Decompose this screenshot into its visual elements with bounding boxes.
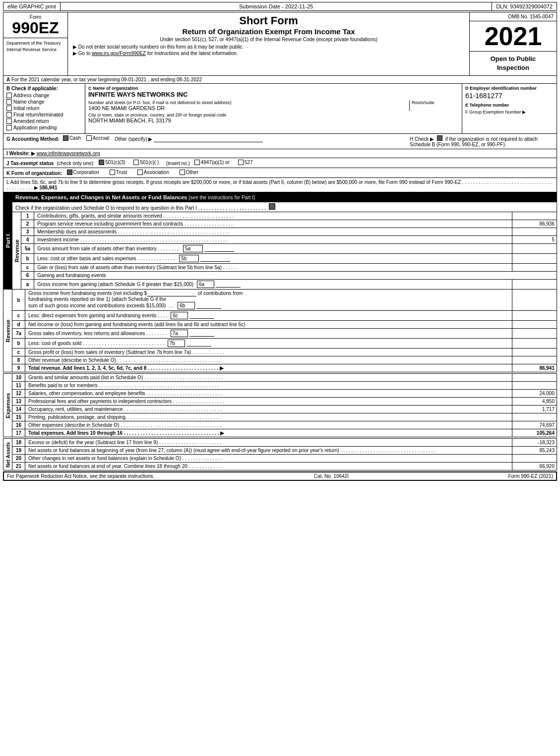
line-12-text: Salaries, other compensation, and employ…: [25, 390, 512, 398]
check-initial-return[interactable]: Initial return: [6, 106, 82, 111]
tax-4947[interactable]: 4947(a)(1) or: [194, 160, 230, 165]
do-not-enter: ▶ Do not enter social security numbers o…: [73, 44, 464, 50]
year-display: 2021: [470, 21, 557, 52]
org-trust[interactable]: Trust: [110, 170, 127, 175]
check-address-change[interactable]: Address change: [6, 93, 82, 98]
org-assoc[interactable]: Association: [137, 170, 169, 175]
page: efile GRAPHIC print Submission Date - 20…: [0, 0, 560, 483]
line-3-text: Membership dues and assessments . . . . …: [34, 228, 512, 236]
line-11-text: Benefits paid to or for members . . . . …: [25, 382, 512, 390]
line-8-text: Other revenue (describe in Schedule O) .…: [25, 356, 512, 364]
accrual-checkbox[interactable]: Accrual: [86, 135, 109, 141]
line-7a-text: Gross sales of inventory, less returns a…: [25, 329, 512, 339]
footer-bar: For Paperwork Reduction Act Notice, see …: [3, 471, 557, 481]
omb-number: OMB No. 1545-0047: [470, 12, 557, 21]
line-19-amount: 85,243: [512, 447, 557, 455]
tax-501c[interactable]: 501(c)( ): [133, 160, 159, 165]
line-2-text: Program service revenue including govern…: [34, 220, 512, 228]
line-17-num: 17: [12, 429, 25, 437]
line-6d-amount: [512, 321, 557, 329]
line-17-text: Total expenses. Add lines 10 through 16 …: [25, 429, 512, 437]
subtitle: Under section 501(c), 527, or 4947(a)(1)…: [73, 37, 464, 42]
section-a-header: A For the 2021 calendar year, or tax yea…: [3, 76, 557, 84]
line-20-text: Other changes in net assets or fund bala…: [25, 455, 512, 463]
short-form-title: Short Form: [73, 14, 464, 27]
line-5b-num: b: [21, 254, 34, 264]
line-5c-num: c: [21, 264, 34, 272]
line-1-text: Contributions, gifts, grants, and simila…: [34, 212, 512, 220]
check-name-change[interactable]: Name change: [6, 99, 82, 105]
line-15-text: Printing, publications, postage, and shi…: [25, 413, 512, 421]
tax-status-row: J Tax-exempt status (check only one): 50…: [3, 158, 557, 168]
org-other[interactable]: Other: [180, 170, 198, 175]
line-6d-text: Net income or (loss) from gaming and fun…: [25, 321, 512, 329]
line-1-num: 1: [21, 212, 34, 220]
net-assets-label: Net Assets: [3, 439, 12, 470]
dept-info: Department of the Treasury Internal Reve…: [3, 38, 67, 55]
line-7c-amount: [512, 349, 557, 356]
line-5a-amount: [512, 244, 557, 254]
dln: DLN: 93492329004072: [492, 2, 557, 10]
line-16-num: 16: [12, 421, 25, 429]
line-20-amount: [512, 455, 557, 463]
line-9-num: 9: [12, 364, 25, 372]
line-7c-text: Gross profit or (loss) from sales of inv…: [25, 349, 512, 356]
line-18-num: 18: [12, 439, 25, 447]
line-4-text: Investment income . . . . . . . . . . . …: [34, 236, 512, 244]
line-2-amount: 86,936: [512, 220, 557, 228]
check-final-return[interactable]: Final return/terminated: [6, 112, 82, 117]
l-row: L Add lines 5b, 6c, and 7b to line 9 to …: [3, 178, 557, 192]
line-6c-num: c: [12, 311, 25, 321]
part-i-title: Revenue, Expenses, and Changes in Net As…: [12, 193, 557, 202]
check-amended[interactable]: Amended return: [6, 118, 82, 124]
line-3-num: 3: [21, 228, 34, 236]
open-inspection: Open to Public Inspection: [470, 52, 557, 75]
line-7b-amount: [512, 339, 557, 349]
form-number: 990EZ: [6, 20, 64, 36]
tax-527[interactable]: 527: [238, 160, 253, 165]
street-value: 1400 NE MIAMI GARDENS DR: [88, 105, 409, 111]
line-3-amount: [512, 228, 557, 236]
tax-501c3[interactable]: 501(c)(3): [99, 160, 125, 165]
line-6a-num: a: [21, 280, 34, 290]
line-7b-num: b: [12, 339, 25, 349]
org-name: INFINITE WAYS NETWORKS INC: [88, 91, 459, 98]
city-label: City or town, state or province, country…: [88, 113, 459, 117]
check-app-pending[interactable]: Application pending: [6, 125, 82, 130]
line-5c-amount: [512, 264, 557, 272]
revenue-label-2: Revenue: [3, 290, 12, 372]
line-16-amount: 74,697: [512, 421, 557, 429]
line-5a-num: 5a: [21, 244, 34, 254]
submission-date: Submission Date - 2022-11-25: [61, 2, 492, 10]
line-6b-amount: [512, 290, 557, 311]
line-21-num: 21: [12, 463, 25, 470]
line-20-num: 20: [12, 455, 25, 463]
line-10-num: 10: [12, 374, 25, 382]
line-10-text: Grants and similar amounts paid (list in…: [25, 374, 512, 382]
check-label: B Check if applicable:: [6, 86, 82, 91]
line-5b-text: Less: cost or other basis and sales expe…: [34, 254, 512, 264]
line-9-text: Total revenue. Add lines 1, 2, 3, 4, 5c,…: [25, 364, 512, 372]
c-label: C Name of organization: [88, 86, 459, 91]
f-label: F Group Exemption Number ▶: [465, 110, 554, 115]
line-13-num: 13: [12, 398, 25, 406]
line-16-text: Other expenses (describe in Schedule O) …: [25, 421, 512, 429]
line-1-amount: [512, 212, 557, 220]
line-18-text: Excess or (deficit) for the year (Subtra…: [25, 439, 512, 447]
line-18-amount: -18,323: [512, 439, 557, 447]
line-15-num: 15: [12, 413, 25, 421]
city-value: NORTH MIAMI BEACH, FL 33179: [88, 117, 459, 123]
line-12-amount: 24,000: [512, 390, 557, 398]
line-7a-num: 7a: [12, 329, 25, 339]
line-4-num: 4: [21, 236, 34, 244]
cash-checkbox[interactable]: Cash: [63, 135, 81, 141]
website-row: I Website: ▶ www.infinitewaysnetwork.org: [3, 149, 557, 158]
line-5a-text: Gross amount from sale of assets other t…: [34, 244, 512, 254]
line-2-num: 2: [21, 220, 34, 228]
org-corp[interactable]: Corporation: [67, 170, 99, 175]
line-10-amount: [512, 374, 557, 382]
h-check: H Check ▶ if the organization is not req…: [410, 135, 554, 147]
accounting-method: G Accounting Method: Cash Accrual Other …: [6, 135, 410, 142]
line-6c-amount: [512, 311, 557, 321]
line-21-amount: 66,920: [512, 463, 557, 470]
